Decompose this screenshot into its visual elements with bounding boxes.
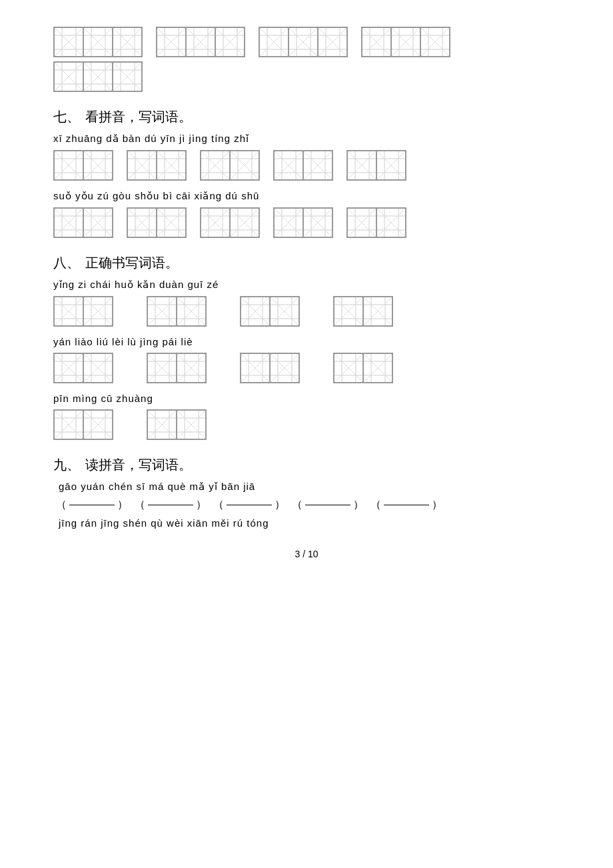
blank-item-5: （ ） [370, 498, 442, 512]
char-cell[interactable] [241, 297, 270, 326]
char-cell[interactable] [157, 27, 186, 57]
blank-line-2[interactable] [148, 505, 193, 505]
section8-grids-row2 [53, 353, 560, 387]
char-cell[interactable] [363, 297, 392, 326]
blank-line-1[interactable] [69, 505, 115, 505]
char-cell[interactable] [127, 151, 157, 180]
section-8-label: 正确书写词语。 [85, 254, 179, 272]
char-cell[interactable] [177, 353, 206, 383]
s8-r1-g1 [53, 296, 113, 327]
char-cell[interactable] [391, 27, 420, 57]
s8-r2-g3 [240, 353, 300, 383]
char-cell[interactable] [303, 208, 332, 237]
char-cell[interactable] [177, 297, 206, 326]
s7-r2-g2 [127, 207, 187, 238]
char-cell[interactable] [177, 410, 206, 439]
char-cell[interactable] [270, 297, 299, 326]
close-paren-5: ） [432, 498, 442, 512]
char-cell[interactable] [334, 297, 363, 326]
close-paren-4: ） [353, 498, 364, 512]
s8-r3-g1 [53, 409, 113, 440]
close-paren-2: ） [196, 498, 207, 512]
section-9: 九、 读拼音，写词语。 gāo yuán chén sī má què mǎ y… [53, 456, 560, 529]
s7-r1-g1 [53, 150, 113, 181]
char-cell[interactable] [83, 62, 113, 91]
char-cell[interactable] [157, 208, 186, 237]
char-cell[interactable] [215, 27, 245, 57]
char-cell[interactable] [274, 151, 303, 180]
char-cell[interactable] [147, 297, 177, 326]
s7-r1-g5 [346, 150, 406, 181]
blank-item-4: （ ） [292, 498, 364, 512]
char-cell[interactable] [186, 27, 215, 57]
char-cell[interactable] [113, 62, 142, 91]
section8-grids-row3 [53, 409, 560, 444]
char-cell[interactable] [230, 151, 259, 180]
section9-pinyin-row1: gāo yuán chén sī má què mǎ yǐ bān jiā [59, 481, 560, 493]
char-cell[interactable] [363, 353, 392, 383]
char-cell[interactable] [303, 151, 332, 180]
blank-line-3[interactable] [227, 505, 272, 505]
char-cell[interactable] [54, 410, 83, 439]
char-cell[interactable] [376, 151, 406, 180]
section-7-title: 七、 看拼音，写词语。 [53, 108, 560, 126]
top-grids-row [53, 27, 560, 96]
page-content: 七、 看拼音，写词语。 xī zhuāng dǎ bàn dú yīn jì j… [53, 27, 560, 559]
section-7-number: 七、 [53, 108, 80, 126]
section8-pinyin-row3: pīn mìng cū zhuàng [53, 393, 560, 404]
char-cell[interactable] [201, 208, 230, 237]
close-paren-1: ） [117, 498, 128, 512]
char-cell[interactable] [362, 27, 391, 57]
char-cell[interactable] [201, 151, 230, 180]
char-cell[interactable] [259, 27, 289, 57]
open-paren-3: （ [213, 498, 224, 512]
s7-r1-g2 [127, 150, 187, 181]
section-7-label: 看拼音，写词语。 [85, 108, 192, 126]
top-grid-1 [53, 27, 143, 57]
char-cell[interactable] [420, 27, 450, 57]
char-cell[interactable] [147, 410, 177, 439]
char-cell[interactable] [54, 297, 83, 326]
char-cell[interactable] [376, 208, 406, 237]
char-cell[interactable] [83, 297, 113, 326]
blank-line-4[interactable] [305, 505, 350, 505]
char-cell[interactable] [54, 151, 83, 180]
char-cell[interactable] [113, 27, 142, 57]
char-cell[interactable] [347, 151, 376, 180]
blank-item-3: （ ） [213, 498, 285, 512]
section-9-label: 读拼音，写词语。 [85, 456, 192, 474]
char-cell[interactable] [318, 27, 347, 57]
char-cell[interactable] [157, 151, 186, 180]
s8-r1-g3 [240, 296, 300, 327]
page-number: 3 / 10 [53, 549, 560, 559]
char-cell[interactable] [83, 353, 113, 383]
char-cell[interactable] [83, 151, 113, 180]
char-cell[interactable] [54, 353, 83, 383]
s9-pinyin1: gāo yuán chén sī má què mǎ yǐ bān jiā [59, 481, 255, 492]
char-cell[interactable] [230, 208, 259, 237]
char-cell[interactable] [241, 353, 270, 383]
char-cell[interactable] [347, 208, 376, 237]
char-cell[interactable] [54, 27, 83, 57]
char-cell[interactable] [54, 62, 83, 91]
section-9-number: 九、 [53, 456, 80, 474]
page-number-text: 3 / 10 [295, 549, 318, 559]
char-cell[interactable] [127, 208, 157, 237]
char-cell[interactable] [83, 208, 113, 237]
char-cell[interactable] [274, 208, 303, 237]
section8-pinyin-row1: yǐng zi chái huǒ kǎn duàn guī zé [53, 279, 560, 291]
char-cell[interactable] [289, 27, 318, 57]
s8-r2-g4 [333, 353, 393, 383]
s8-r2-g2 [147, 353, 207, 383]
char-cell[interactable] [270, 353, 299, 383]
char-cell[interactable] [54, 208, 83, 237]
char-cell[interactable] [147, 353, 177, 383]
section-9-title: 九、 读拼音，写词语。 [53, 456, 560, 474]
top-grid-2 [156, 27, 245, 57]
char-cell[interactable] [83, 27, 113, 57]
char-cell[interactable] [83, 410, 113, 439]
blank-line-5[interactable] [384, 505, 429, 505]
section-8: 八、 正确书写词语。 yǐng zi chái huǒ kǎn duàn guī… [53, 254, 560, 444]
s7-r1-g3 [200, 150, 260, 181]
char-cell[interactable] [334, 353, 363, 383]
